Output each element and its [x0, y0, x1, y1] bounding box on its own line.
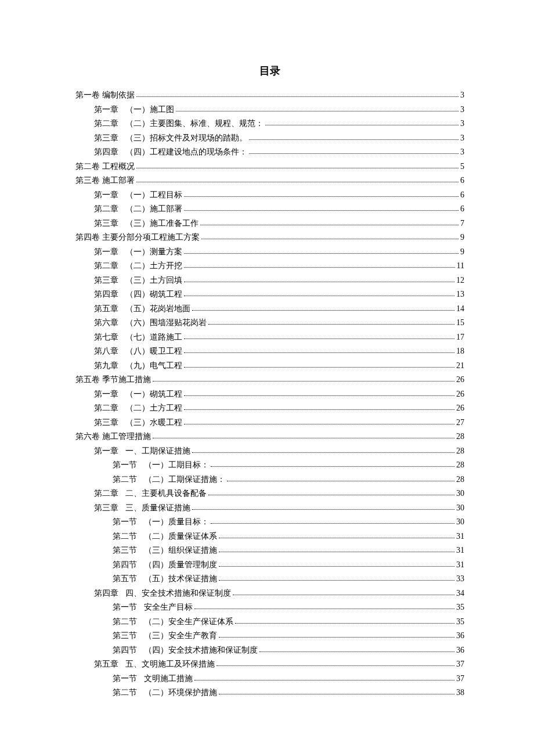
toc-entry-page: 27 [456, 416, 464, 430]
toc-entry-page: 28 [456, 444, 464, 459]
toc-entry-prefix: 第一节 [113, 517, 137, 526]
toc-leader-dots [233, 588, 454, 595]
toc-leader-dots [192, 304, 454, 311]
toc-entry-label: 第七章（七）道路施工 [94, 330, 182, 345]
toc-leader-dots [184, 389, 454, 396]
toc-entry-label: 第二节（二）安全生产保证体系 [113, 615, 233, 629]
toc-entry-page: 26 [456, 387, 464, 402]
toc-entry-label: 第三节（三）安全生产教育 [113, 629, 217, 643]
toc-entry: 第二节（二）安全生产保证体系35 [75, 615, 464, 629]
toc-entry-label: 第五节（五）技术保证措施 [113, 572, 217, 586]
toc-entry-page: 36 [456, 643, 464, 658]
toc-leader-dots [208, 318, 454, 325]
toc-entry-prefix: 第二节 [113, 475, 137, 484]
toc-entry-page: 37 [456, 672, 464, 686]
toc-entry-prefix: 第二节 [113, 532, 137, 541]
toc-entry-page: 21 [456, 359, 464, 373]
toc-entry-label: 第四节（四）质量管理制度 [113, 558, 217, 573]
toc-entry-label: 第四节（四）安全技术措施和保证制度 [113, 643, 258, 658]
toc-entry-page: 13 [456, 287, 464, 302]
toc-leader-dots [219, 560, 454, 567]
toc-entry-label: 第四章（四）砌筑工程 [94, 287, 182, 302]
toc-entry-label: 第四章（四）工程建设地点的现场条件： [94, 145, 247, 160]
toc-leader-dots [184, 190, 459, 197]
toc-entry: 第二章二、主要机具设备配备30 [75, 487, 464, 501]
toc-leader-dots [259, 645, 454, 652]
toc-leader-dots [184, 261, 455, 268]
toc-entry-prefix: 第四节 [113, 560, 137, 569]
toc-entry-prefix: 第五章 [94, 660, 118, 668]
toc-entry: 第三章（三）土方回填12 [75, 273, 464, 288]
toc-entry-prefix: 第四节 [113, 646, 137, 654]
toc-entry-page: 28 [456, 430, 464, 444]
toc-entry: 第三章三、质量保证措施30 [75, 501, 464, 516]
toc-entry-prefix: 第二节 [113, 688, 137, 697]
toc-entry-label: 第一章（一）砌筑工程 [94, 387, 182, 402]
toc-entry: 第一章一、工期保证措施28 [75, 444, 464, 459]
toc-entry-prefix: 第二章 [94, 119, 118, 128]
toc-entry: 第二节（二）工期保证措施：28 [75, 473, 464, 487]
toc-entry: 第三章（三）招标文件及对现场的踏勘。3 [75, 131, 464, 146]
toc-entry-prefix: 第一章 [94, 247, 118, 256]
toc-entry-page: 3 [460, 103, 464, 117]
toc-entry-label: 第二章二、主要机具设备配备 [94, 487, 207, 501]
toc-entry-label: 第五卷 季节施工措施 [75, 373, 151, 387]
toc-entry-page: 3 [460, 131, 464, 146]
toc-entry-label: 第三章（三）水暖工程 [94, 416, 182, 430]
toc-leader-dots [136, 90, 459, 97]
toc-entry-prefix: 第九章 [94, 361, 118, 370]
toc-entry: 第一章（一）工程目标6 [75, 188, 464, 203]
toc-entry-label: 第三章三、质量保证措施 [94, 501, 190, 516]
toc-leader-dots [208, 488, 454, 495]
toc-leader-dots [235, 617, 454, 624]
toc-leader-dots [219, 545, 454, 552]
toc-entry-prefix: 第三节 [113, 546, 137, 555]
toc-entry-prefix: 第八章 [94, 347, 118, 355]
toc-entry-prefix: 第五节 [113, 574, 137, 583]
toc-entry-label: 第二节（二）工期保证措施： [113, 473, 225, 487]
toc-entry-page: 26 [456, 373, 464, 387]
toc-leader-dots [219, 531, 454, 538]
toc-entry: 第六章（六）围墙湿贴花岗岩15 [75, 316, 464, 330]
toc-entry: 第二节（二）质量保证体系31 [75, 530, 464, 544]
toc-entry: 第四卷 主要分部分项工程施工方案9 [75, 231, 464, 245]
toc-entry-label: 第一章（一）测量方案 [94, 245, 182, 260]
toc-leader-dots [219, 687, 454, 694]
toc-entry-prefix: 第一章 [94, 105, 118, 114]
toc-entry: 第二章（二）主要图集、标准、规程、规范：3 [75, 117, 464, 131]
toc-entry: 第二章（二）施工部署6 [75, 202, 464, 217]
toc-entry-label: 第一卷 编制依据 [75, 88, 135, 103]
toc-leader-dots [184, 247, 459, 254]
toc-entry-prefix: 第四章 [94, 290, 118, 298]
toc-entry-page: 12 [456, 273, 464, 288]
toc-entry: 第二章（二）土方开挖11 [75, 259, 464, 273]
toc-entry-label: 第一节文明施工措施 [113, 672, 193, 686]
toc-entry-page: 17 [456, 330, 464, 345]
toc-leader-dots [153, 431, 455, 438]
toc-leader-dots [184, 289, 454, 296]
toc-leader-dots [184, 204, 459, 211]
toc-entry-label: 第一章（一）工程目标 [94, 188, 182, 203]
toc-entry-label: 第三章（三）施工准备工作 [94, 217, 199, 231]
toc-entry: 第五卷 季节施工措施26 [75, 373, 464, 387]
toc-leader-dots [176, 105, 459, 111]
toc-entry-label: 第四章四、安全技术措施和保证制度 [94, 586, 231, 601]
toc-entry: 第三章（三）水暖工程27 [75, 416, 464, 430]
toc-entry-page: 6 [460, 202, 464, 217]
toc-leader-dots [265, 118, 459, 125]
toc-entry-label: 第三卷 施工部署 [75, 174, 135, 188]
toc-entry: 第八章（八）暖卫工程18 [75, 344, 464, 359]
toc-leader-dots [184, 417, 454, 424]
toc-leader-dots [153, 375, 455, 381]
toc-entry-prefix: 第三章 [94, 503, 118, 512]
toc-entry-page: 26 [456, 401, 464, 416]
toc-entry: 第五章五、文明施工及环保措施37 [75, 657, 464, 672]
toc-entry: 第九章（九）电气工程21 [75, 359, 464, 373]
toc-leader-dots [194, 602, 454, 609]
toc-entry: 第五节（五）技术保证措施33 [75, 572, 464, 586]
toc-entry-page: 28 [456, 473, 464, 487]
toc-entry-page: 6 [460, 174, 464, 188]
toc-entry-page: 9 [460, 245, 464, 260]
toc-entry-label: 第一节安全生产目标 [113, 600, 193, 615]
toc-entry-prefix: 第二节 [113, 617, 137, 626]
